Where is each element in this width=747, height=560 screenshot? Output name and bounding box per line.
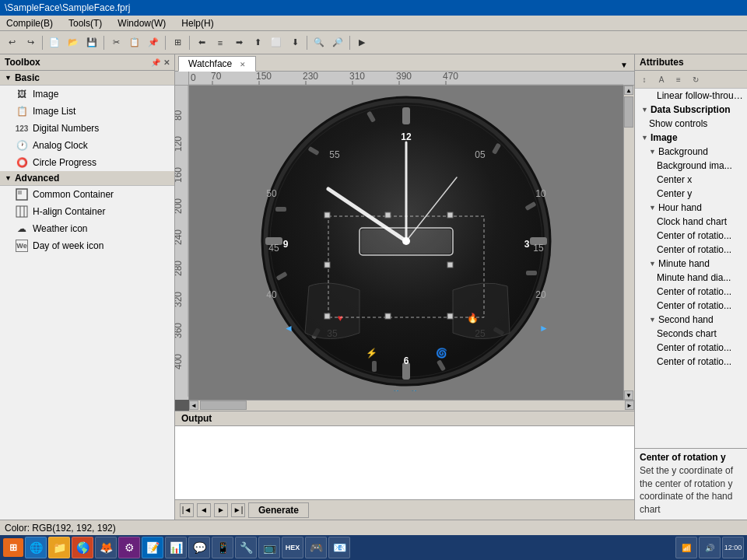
image-icon: 🖼 <box>16 88 28 100</box>
svg-text:240: 240 <box>175 229 184 245</box>
scroll-right-btn[interactable]: ► <box>625 401 634 410</box>
attr-clock-hand-chart[interactable]: Clock hand chart <box>635 215 747 229</box>
run-btn[interactable]: ▶ <box>353 34 370 51</box>
menu-help[interactable]: Help(H) <box>178 17 216 30</box>
toolbox-item-dayofweekicon[interactable]: We Day of week icon <box>0 237 174 254</box>
svg-rect-1 <box>18 191 22 194</box>
attr-second-hand-section[interactable]: ▼ Second hand <box>635 313 747 327</box>
align-left-btn[interactable]: ⬅ <box>193 34 210 51</box>
align-vcenter-btn[interactable]: ⬜ <box>268 34 285 51</box>
taskbar-app2-btn[interactable]: 💬 <box>188 537 210 558</box>
toolbox-item-image[interactable]: 🖼 Image <box>0 86 174 103</box>
attr-second-center-x[interactable]: Center of rotatio... <box>635 341 747 355</box>
attr-background-image[interactable]: Background ima... <box>635 159 747 173</box>
redo-btn[interactable]: ↪ <box>22 34 39 51</box>
taskbar-firefox-btn[interactable]: 🦊 <box>95 537 117 558</box>
taskbar-explorer-btn[interactable]: 📁 <box>48 537 70 558</box>
toolbox-item-weathericon[interactable]: ☁ Weather icon <box>0 220 174 237</box>
attr-minute-hand-dia[interactable]: Minute hand dia... <box>635 271 747 285</box>
scroll-up-btn[interactable]: ▲ <box>624 86 633 95</box>
attr-data-subscription[interactable]: ▼ Data Subscription <box>635 103 747 117</box>
taskbar-app7-btn[interactable]: 📧 <box>328 537 350 558</box>
scroll-left-btn[interactable]: ◄ <box>189 401 198 410</box>
attr-alpha-btn[interactable]: A <box>654 72 669 86</box>
toolbox-item-imagelist[interactable]: 📋 Image List <box>0 103 174 120</box>
tab-dropdown-icon[interactable]: ▼ <box>617 59 631 71</box>
toolbox-item-haligncontainer[interactable]: H-align Container <box>0 203 174 220</box>
scroll-thumb-v[interactable] <box>624 96 633 128</box>
scroll-down-btn[interactable]: ▼ <box>624 390 633 400</box>
attr-show-controls[interactable]: Show controls <box>635 117 747 131</box>
watchface-area[interactable]: 12 3 6 9 55 05 10 20 25 <box>189 86 623 400</box>
save-btn[interactable]: 💾 <box>83 34 100 51</box>
attr-center-y[interactable]: Center y <box>635 187 747 201</box>
toolbox-item-circleprogress[interactable]: ⭕ Circle Progress <box>0 154 174 171</box>
align-center-btn[interactable]: ≡ <box>212 34 229 51</box>
attr-hour-center-x[interactable]: Center of rotatio... <box>635 229 747 243</box>
align-bottom-btn[interactable]: ⬇ <box>286 34 303 51</box>
attr-sort-btn[interactable]: ↕ <box>637 72 652 86</box>
grid-btn[interactable]: ⊞ <box>169 34 186 51</box>
attr-center-x[interactable]: Center x <box>635 173 747 187</box>
attr-refresh-btn[interactable]: ↻ <box>688 72 703 86</box>
taskbar-ie-btn[interactable]: 🌐 <box>25 537 47 558</box>
watchface-tab[interactable]: Watchface ✕ <box>178 56 256 72</box>
taskbar-vs-btn[interactable]: ⚙ <box>118 537 140 558</box>
attr-linear-follow[interactable]: Linear follow-through o... <box>635 89 747 103</box>
align-top-btn[interactable]: ⬆ <box>249 34 266 51</box>
toolbox-item-analogclock[interactable]: 🕐 Analog Clock <box>0 137 174 154</box>
taskbar-clock-btn[interactable]: 12:00 <box>722 537 744 558</box>
attr-minute-center-x[interactable]: Center of rotatio... <box>635 285 747 299</box>
generate-button[interactable]: Generate <box>248 502 309 518</box>
section-basic[interactable]: ▼ Basic <box>0 71 174 86</box>
taskbar-chrome-btn[interactable]: 🌎 <box>72 537 93 558</box>
attr-minute-hand-section[interactable]: ▼ Minute hand <box>635 257 747 271</box>
attr-image[interactable]: ▼ Image <box>635 131 747 145</box>
new-btn[interactable]: 📄 <box>46 34 63 51</box>
attr-seconds-chart[interactable]: Seconds chart <box>635 327 747 341</box>
menu-compile[interactable]: Compile(B) <box>3 17 56 30</box>
nav-next-btn[interactable]: ► <box>214 503 228 517</box>
section-advanced[interactable]: ▼ Advanced <box>0 171 174 186</box>
taskbar-app6-btn[interactable]: 🎮 <box>305 537 327 558</box>
taskbar-vscode-btn[interactable]: 📝 <box>142 537 163 558</box>
menu-window[interactable]: Window(W) <box>114 17 169 30</box>
taskbar-app1-btn[interactable]: 📊 <box>165 537 187 558</box>
attr-cat-btn[interactable]: ≡ <box>671 72 686 86</box>
paste-btn[interactable]: 📌 <box>145 34 162 51</box>
toolbox-item-commoncontainer[interactable]: Common Container <box>0 186 174 203</box>
attr-tree: Linear follow-through o... ▼ Data Subscr… <box>635 89 747 448</box>
copy-btn[interactable]: 📋 <box>126 34 143 51</box>
scrollbar-v[interactable]: ▲ ▼ <box>623 86 634 400</box>
menu-tools[interactable]: Tools(T) <box>65 17 105 30</box>
taskbar-app4-btn[interactable]: 🔧 <box>235 537 257 558</box>
taskbar-network-btn[interactable]: 📶 <box>675 537 697 558</box>
ruler-h-marks: 0 70 150 230 310 390 470 <box>189 72 623 85</box>
nav-first-btn[interactable]: |◄ <box>180 503 194 517</box>
toolbox-close-icon[interactable]: ✕ <box>163 58 170 67</box>
taskbar-app3-btn[interactable]: 📱 <box>212 537 233 558</box>
align-right-btn[interactable]: ➡ <box>230 34 247 51</box>
zoom-in-btn[interactable]: 🔍 <box>310 34 328 51</box>
nav-last-btn[interactable]: ►| <box>231 503 245 517</box>
attr-minute-center-y[interactable]: Center of rotatio... <box>635 299 747 313</box>
cut-btn[interactable]: ✂ <box>107 34 124 51</box>
toolbox-pin-icon[interactable]: 📌 <box>151 58 160 67</box>
taskbar-sound-btn[interactable]: 🔊 <box>699 537 721 558</box>
attr-background-section[interactable]: ▼ Background <box>635 145 747 159</box>
undo-btn[interactable]: ↩ <box>3 34 20 51</box>
start-button[interactable]: ⊞ <box>3 538 23 557</box>
attr-second-center-y[interactable]: Center of rotatio... <box>635 355 747 369</box>
taskbar-app5-btn[interactable]: 📺 <box>258 537 280 558</box>
attr-hour-center-y[interactable]: Center of rotatio... <box>635 243 747 257</box>
svg-rect-81 <box>324 313 330 319</box>
taskbar-hex-btn[interactable]: HEX <box>282 537 303 558</box>
attr-hour-hand-section[interactable]: ▼ Hour hand <box>635 201 747 215</box>
open-btn[interactable]: 📂 <box>65 34 82 51</box>
tab-close-icon[interactable]: ✕ <box>240 61 246 68</box>
toolbox-item-digitalnumbers[interactable]: 123 Digital Numbers <box>0 120 174 137</box>
svg-text:12: 12 <box>401 131 412 142</box>
scroll-thumb-h[interactable] <box>200 401 247 410</box>
nav-prev-btn[interactable]: ◄ <box>197 503 211 517</box>
zoom-out-btn[interactable]: 🔎 <box>329 34 346 51</box>
